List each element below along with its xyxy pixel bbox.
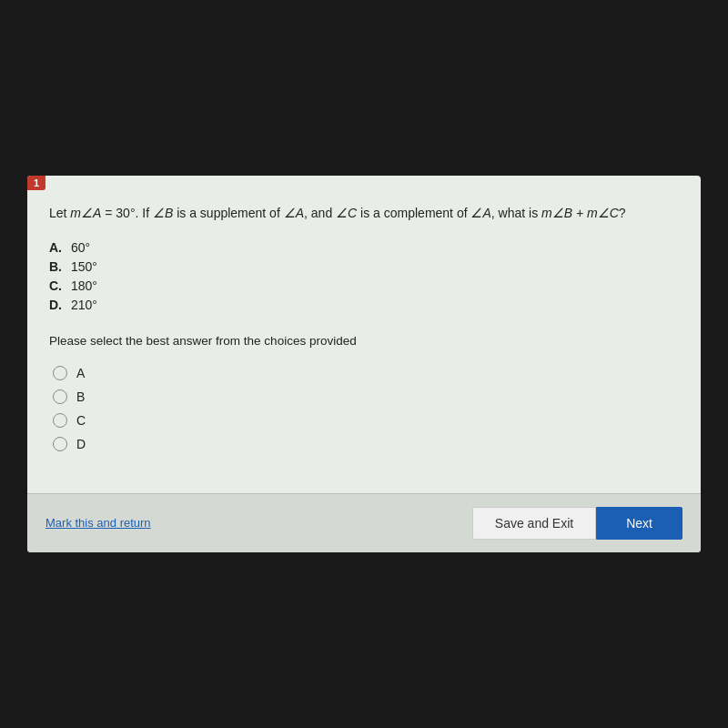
- choice-D-value: 210°: [71, 298, 97, 312]
- choice-D-letter: D.: [49, 298, 64, 312]
- choice-C-letter: C.: [49, 278, 64, 293]
- mark-return-link[interactable]: Mark this and return: [46, 516, 151, 530]
- choice-C-value: 180°: [71, 278, 97, 293]
- quiz-container: 1 Let m∠A = 30°. If ∠B is a supplement o…: [27, 176, 701, 551]
- question-body: Let m∠A = 30°. If ∠B is a supplement of …: [27, 176, 701, 492]
- answer-choices: A. 60° B. 150° C. 180° D. 210°: [49, 240, 679, 312]
- radio-label-A: A: [76, 366, 85, 380]
- screen: 1 Let m∠A = 30°. If ∠B is a supplement o…: [0, 0, 728, 728]
- choice-A-value: 60°: [71, 240, 90, 255]
- choice-C: C. 180°: [49, 278, 679, 293]
- math-expression: m∠B + m∠C: [541, 206, 619, 220]
- radio-option-D[interactable]: D: [53, 437, 679, 451]
- choice-A: A. 60°: [49, 240, 679, 255]
- radio-option-C[interactable]: C: [53, 413, 679, 428]
- radio-options: A B C D: [49, 366, 679, 451]
- math-angle-A2: ∠A: [470, 206, 490, 220]
- radio-circle-C: [53, 413, 67, 428]
- radio-option-A[interactable]: A: [53, 366, 679, 380]
- math-mA: m∠A: [70, 206, 101, 220]
- choice-B: B. 150°: [49, 259, 679, 274]
- radio-circle-B: [53, 389, 67, 404]
- footer: Mark this and return Save and Exit Next: [27, 493, 701, 552]
- save-exit-button[interactable]: Save and Exit: [472, 507, 596, 540]
- radio-circle-A: [53, 366, 67, 380]
- choice-A-letter: A.: [49, 240, 64, 255]
- radio-option-B[interactable]: B: [53, 389, 679, 404]
- radio-label-D: D: [76, 437, 86, 451]
- choice-D: D. 210°: [49, 298, 679, 312]
- math-angle-A1: ∠A: [284, 206, 304, 220]
- choice-B-value: 150°: [71, 259, 97, 274]
- prompt-text: Please select the best answer from the c…: [49, 334, 679, 348]
- choice-B-letter: B.: [49, 259, 64, 274]
- footer-buttons: Save and Exit Next: [472, 507, 682, 540]
- next-button[interactable]: Next: [596, 507, 682, 540]
- radio-label-B: B: [76, 389, 85, 404]
- question-text: Let m∠A = 30°. If ∠B is a supplement of …: [49, 203, 679, 223]
- radio-label-C: C: [76, 413, 86, 428]
- question-number-badge: 1: [27, 176, 46, 190]
- math-angle-B: ∠B: [153, 206, 173, 220]
- math-angle-C: ∠C: [336, 206, 357, 220]
- radio-circle-D: [53, 437, 67, 451]
